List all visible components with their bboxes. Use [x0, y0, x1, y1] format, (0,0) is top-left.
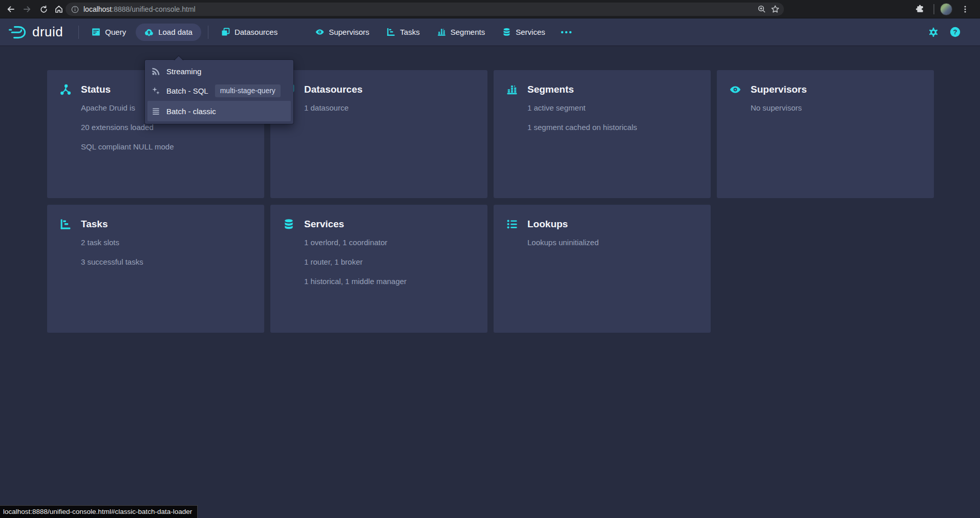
druid-logo-icon [8, 25, 29, 40]
nav-item-services[interactable]: Services [494, 18, 554, 46]
stacked-bars-icon [437, 28, 446, 36]
nav-item-supervisors[interactable]: Supervisors [307, 18, 378, 46]
druid-wordmark: druid [32, 24, 63, 40]
supervisors-line: No supervisors [751, 102, 924, 113]
forward-arrow-icon [23, 5, 32, 14]
link-target-statusbar: localhost:8888/unified-console.html#clas… [0, 505, 198, 518]
gantt-chart-icon [387, 28, 395, 36]
profile-avatar[interactable] [940, 3, 952, 15]
supervisors-card[interactable]: Supervisors No supervisors [717, 70, 934, 198]
nav-item-query[interactable]: Query [83, 18, 135, 46]
nav-label-datasources: Datasources [235, 28, 278, 36]
nav-more-button[interactable] [554, 18, 579, 46]
services-line: 1 historical, 1 middle manager [304, 276, 477, 287]
menu-item-streaming[interactable]: Streaming [147, 62, 291, 80]
navbar-divider [208, 26, 208, 39]
help-icon[interactable]: ? [950, 27, 961, 37]
database-icon [502, 28, 511, 36]
navbar-right-actions: ? [928, 27, 961, 37]
home-icon [54, 5, 63, 14]
menu-lines-icon [152, 107, 160, 116]
menu-label-streaming: Streaming [166, 67, 201, 76]
segments-line: 1 active segment [527, 102, 700, 113]
back-arrow-icon [6, 5, 15, 14]
menu-item-batch-classic[interactable]: Batch - classic [147, 101, 291, 121]
browser-reload-button[interactable] [37, 3, 50, 16]
eye-icon [730, 84, 741, 95]
segments-line: 1 segment cached on historicals [527, 122, 700, 133]
nav-label-tasks: Tasks [400, 28, 419, 36]
services-line: 1 overlord, 1 coordinator [304, 237, 477, 248]
more-dots-icon [560, 30, 572, 34]
services-card-title: Services [304, 219, 344, 230]
nav-label-services: Services [516, 28, 545, 36]
popover-caret [174, 55, 184, 60]
bookmark-star-button[interactable] [771, 5, 780, 14]
settings-gear-icon[interactable] [928, 27, 939, 37]
address-bar[interactable]: localhost:8888/unified-console.html [66, 3, 784, 16]
datasources-line: 1 datasource [304, 102, 477, 113]
druid-navbar: druid Query Load data Datasources Superv… [0, 18, 980, 46]
url-text: localhost:8888/unified-console.html [83, 5, 196, 14]
puzzle-icon [915, 5, 925, 14]
extensions-button[interactable] [913, 3, 927, 16]
tasks-card[interactable]: Tasks 2 task slots 3 successful tasks [47, 205, 264, 333]
zoom-page-button[interactable] [757, 5, 766, 14]
segments-card[interactable]: Segments 1 active segment 1 segment cach… [494, 70, 711, 198]
navbar-divider [78, 26, 79, 39]
lookups-card[interactable]: Lookups Lookups uninitialized [494, 205, 711, 333]
nav-label-segments: Segments [451, 28, 485, 36]
nav-label-load-data: Load data [158, 28, 193, 36]
menu-item-batch-sql[interactable]: Batch - SQL multi-stage-query [147, 80, 291, 101]
tasks-card-title: Tasks [81, 219, 108, 230]
nav-label-query: Query [105, 28, 126, 36]
nav-item-datasources[interactable]: Datasources [212, 18, 286, 46]
browser-menu-button[interactable] [958, 3, 972, 16]
multi-stage-query-badge: multi-stage-query [215, 84, 281, 97]
datasources-card-title: Datasources [304, 84, 363, 95]
menu-label-batch-classic: Batch - classic [166, 107, 216, 116]
properties-list-icon [506, 219, 518, 230]
tasks-line: 2 task slots [81, 237, 254, 248]
svg-text:?: ? [953, 28, 957, 36]
kebab-menu-icon [961, 5, 969, 13]
browser-back-button[interactable] [4, 3, 17, 16]
druid-logo[interactable]: druid [8, 24, 63, 40]
load-data-menu: Streaming Batch - SQL multi-stage-query … [145, 60, 293, 124]
database-icon [283, 219, 294, 230]
url-host: localhost [83, 5, 112, 13]
lookups-card-title: Lookups [527, 219, 568, 230]
nav-item-segments[interactable]: Segments [429, 18, 494, 46]
cloud-upload-icon [144, 28, 154, 37]
tasks-line: 3 successful tasks [81, 256, 254, 267]
datasources-icon [221, 28, 230, 36]
toolbar-divider [933, 4, 934, 14]
services-card[interactable]: Services 1 overlord, 1 coordinator 1 rou… [270, 205, 487, 333]
status-card-title: Status [81, 84, 111, 95]
reload-icon [39, 5, 48, 14]
status-line: SQL compliant NULL mode [81, 141, 254, 152]
star-icon [771, 5, 780, 14]
services-line: 1 router, 1 broker [304, 256, 477, 267]
url-path: :8888/unified-console.html [112, 5, 195, 13]
stacked-bars-icon [506, 84, 518, 95]
browser-home-button[interactable] [52, 3, 66, 16]
status-line: Apache Druid is [81, 102, 145, 113]
zoom-magnifier-icon [757, 5, 766, 14]
segments-card-title: Segments [527, 84, 574, 95]
nav-item-load-data[interactable]: Load data [136, 24, 201, 41]
browser-toolbar: localhost:8888/unified-console.html [0, 0, 980, 18]
site-info-icon[interactable] [71, 6, 79, 13]
menu-label-batch-sql: Batch - SQL [166, 87, 208, 95]
nav-item-tasks[interactable]: Tasks [378, 18, 428, 46]
supervisors-card-title: Supervisors [751, 84, 807, 95]
lookups-line: Lookups uninitialized [527, 237, 700, 248]
eye-icon [315, 28, 324, 36]
gantt-chart-icon [60, 219, 71, 230]
sparkles-icon [152, 87, 160, 95]
browser-forward-button[interactable] [20, 3, 34, 16]
nav-label-supervisors: Supervisors [329, 28, 369, 36]
datasources-card[interactable]: Datasources 1 datasource [270, 70, 487, 198]
feed-icon [152, 67, 160, 76]
graph-icon [60, 84, 71, 95]
